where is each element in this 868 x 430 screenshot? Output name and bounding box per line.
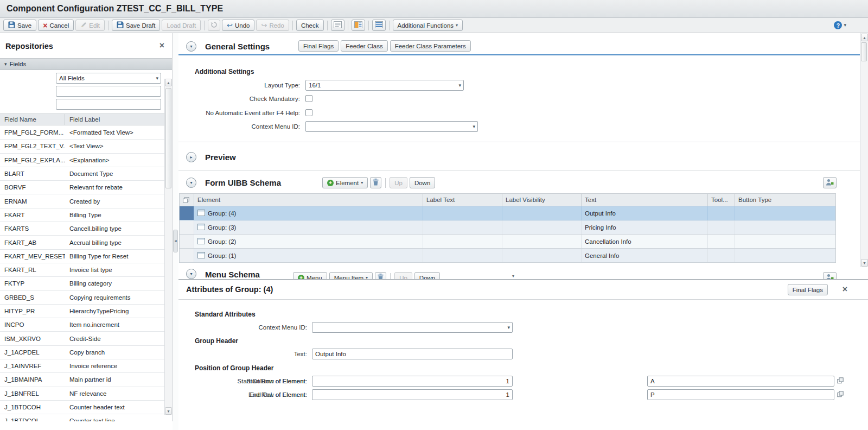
- layout-type-dropdown[interactable]: 16/1: [305, 80, 464, 91]
- scroll-up-icon[interactable]: [165, 79, 172, 86]
- no-auto-event-checkbox[interactable]: [305, 109, 312, 116]
- field-row[interactable]: FKART_RL Invoice list type: [0, 263, 165, 277]
- personalization-button[interactable]: [823, 177, 837, 188]
- attr-context-menu-dropdown[interactable]: [312, 322, 513, 333]
- fields-scrollbar[interactable]: [164, 79, 172, 415]
- field-row[interactable]: FPM_FGL2_TEXT_V... <Text View>: [0, 140, 165, 153]
- delete-element-button[interactable]: [370, 177, 381, 188]
- panel-sash-chevron-icon[interactable]: [512, 274, 514, 279]
- expand-section-icon[interactable]: [186, 152, 196, 162]
- feeder-class-parameters-button[interactable]: Feeder Class Parameters: [390, 40, 471, 52]
- end-row-input[interactable]: [312, 389, 513, 400]
- undo-button[interactable]: Undo: [222, 20, 254, 31]
- add-menu-item-button[interactable]: Menu Item: [329, 272, 373, 279]
- menu-move-up-button[interactable]: Up: [394, 272, 412, 279]
- additional-functions-button[interactable]: Additional Functions: [393, 20, 463, 31]
- field-row[interactable]: J_1AINVREF Invoice reference: [0, 359, 165, 373]
- field-row[interactable]: FKTYP Billing category: [0, 277, 165, 290]
- fields-section-header[interactable]: Fields: [0, 58, 172, 70]
- field-row[interactable]: FKARTS Cancell.billing type: [0, 222, 165, 236]
- final-flags-button[interactable]: Final Flags: [298, 40, 339, 52]
- save-button[interactable]: Save: [3, 20, 36, 31]
- column-header-label-visibility[interactable]: Label Visibility: [502, 194, 582, 206]
- save-draft-button[interactable]: Save Draft: [112, 20, 160, 31]
- load-draft-button[interactable]: Load Draft: [162, 20, 201, 31]
- row-selector-cell[interactable]: [180, 235, 194, 248]
- check-mandatory-checkbox[interactable]: [305, 95, 312, 102]
- check-button[interactable]: Check: [296, 20, 324, 31]
- collapse-section-icon[interactable]: [186, 269, 196, 279]
- repositories-close-icon[interactable]: [159, 41, 164, 50]
- field-row[interactable]: FKART_MEV_RESET Billing Type for Reset: [0, 250, 165, 263]
- collapse-left-icon[interactable]: [173, 230, 178, 252]
- field-row[interactable]: FKART_AB Accrual billing type: [0, 236, 165, 249]
- end-column-input[interactable]: [647, 389, 834, 400]
- cancel-button[interactable]: Cancel: [38, 20, 74, 31]
- field-row[interactable]: ERNAM Created by: [0, 194, 165, 208]
- toolbar-overflow-chevron-icon[interactable]: [844, 23, 846, 28]
- personalization-button[interactable]: [823, 272, 837, 279]
- add-menu-button[interactable]: Menu: [293, 272, 327, 279]
- scroll-up-icon[interactable]: [861, 34, 868, 41]
- field-row[interactable]: HITYP_PR HierarchyTypePricing: [0, 305, 165, 318]
- uibb-row[interactable]: Group: (1) General Info: [180, 249, 835, 263]
- value-help-icon[interactable]: [837, 377, 844, 384]
- field-row[interactable]: J_1BNFREL NF relevance: [0, 387, 165, 401]
- main-scrollbar[interactable]: [860, 33, 868, 267]
- field-row[interactable]: J_1BTDCOL Counter text line: [0, 414, 165, 421]
- field-row[interactable]: J_1BMAINPA Main partner id: [0, 373, 165, 387]
- column-header-text[interactable]: Text: [582, 194, 708, 206]
- split-view-button[interactable]: [352, 20, 365, 31]
- value-help-icon[interactable]: [837, 391, 844, 397]
- column-header-tooltip[interactable]: Tool...: [708, 194, 735, 206]
- search-input[interactable]: [56, 86, 161, 97]
- add-element-button[interactable]: Element: [322, 177, 368, 188]
- rows-view-button[interactable]: [372, 20, 386, 31]
- row-selector-cell[interactable]: [180, 249, 194, 262]
- row-selector-cell[interactable]: [180, 220, 194, 234]
- field-row[interactable]: BLART Document Type: [0, 167, 165, 181]
- field-row[interactable]: GRBED_S Copying requirements: [0, 291, 165, 305]
- ddic-input[interactable]: [56, 99, 161, 110]
- menu-move-down-button[interactable]: Down: [414, 272, 440, 279]
- field-row[interactable]: J_1BTDCOH Counter header text: [0, 401, 165, 414]
- panel-splitter[interactable]: [173, 33, 178, 430]
- scroll-down-icon[interactable]: [861, 259, 868, 267]
- scrollbar-thumb[interactable]: [165, 88, 171, 188]
- uibb-row[interactable]: Group: (2) Cancellation Info: [180, 235, 835, 249]
- attr-final-flags-button[interactable]: Final Flags: [788, 284, 828, 295]
- uibb-row[interactable]: Group: (3) Pricing Info: [180, 220, 835, 235]
- help-icon[interactable]: [834, 21, 842, 29]
- start-row-input[interactable]: [312, 376, 513, 387]
- context-menu-dropdown[interactable]: [305, 121, 478, 132]
- filter-dropdown[interactable]: All Fields: [56, 73, 161, 84]
- scroll-down-icon[interactable]: [165, 407, 172, 415]
- edit-button[interactable]: Edit: [75, 20, 105, 31]
- field-row[interactable]: INCPO Item no.increment: [0, 318, 165, 332]
- column-header-element[interactable]: Element: [194, 194, 423, 206]
- move-down-button[interactable]: Down: [410, 177, 435, 188]
- field-row[interactable]: FPM_FGL2_FORM... <Formatted Text View>: [0, 126, 165, 140]
- move-up-button[interactable]: Up: [390, 177, 407, 188]
- field-row[interactable]: FKART Billing Type: [0, 208, 165, 222]
- column-header-field-label[interactable]: Field Label: [65, 116, 165, 123]
- collapse-section-icon[interactable]: [186, 178, 196, 188]
- column-header-button-type[interactable]: Button Type: [735, 194, 835, 206]
- uibb-row[interactable]: Group: (4) Output Info: [180, 206, 835, 220]
- delete-menu-button[interactable]: [375, 272, 386, 279]
- field-row[interactable]: FPM_FGL2_EXPLA... <Explanation>: [0, 154, 165, 167]
- attributes-close-icon[interactable]: [843, 285, 847, 294]
- collapse-section-icon[interactable]: [186, 41, 196, 52]
- field-row[interactable]: ISM_XKRVO Credit-Side: [0, 332, 165, 345]
- redo-button[interactable]: Redo: [256, 20, 289, 31]
- form-view-button[interactable]: [331, 20, 344, 31]
- column-header-field-name[interactable]: Field Name: [0, 114, 65, 125]
- field-row[interactable]: J_1ACPDEL Copy branch: [0, 346, 165, 359]
- row-selector-cell[interactable]: [180, 206, 194, 220]
- column-header-label-text[interactable]: Label Text: [423, 194, 502, 206]
- select-all-stack-icon[interactable]: [180, 194, 194, 206]
- scrollbar-thumb[interactable]: [861, 42, 867, 61]
- group-text-input[interactable]: [312, 349, 513, 359]
- feeder-class-button[interactable]: Feeder Class: [341, 40, 387, 52]
- refresh-button[interactable]: [208, 20, 220, 31]
